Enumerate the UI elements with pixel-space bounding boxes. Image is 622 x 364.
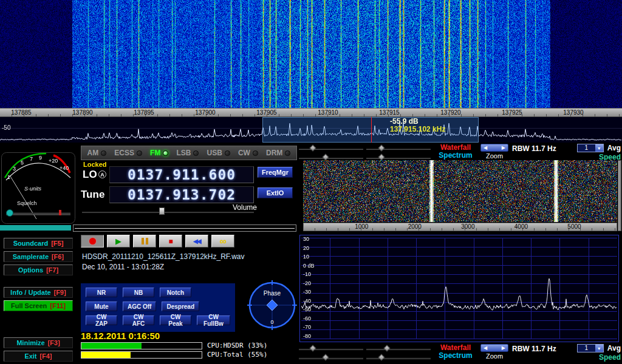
zoom-tick-label: 3000 [449,223,486,230]
rewind-icon: ◀◀ [193,238,200,244]
zoom-label: Zoom [480,152,508,160]
clock-display: 18.12.2011 0:16:50 [81,331,160,341]
mode-led-icon [101,150,106,156]
zoom-waterfall-display[interactable] [303,160,617,222]
dropdown-icon[interactable]: ▼ [595,144,603,152]
slider-thumb[interactable] [309,345,316,351]
slider-thumb[interactable] [378,144,385,151]
spectrum-lower-slider[interactable] [366,154,431,160]
dsp-button[interactable]: NR [86,288,117,297]
mode-drm[interactable]: DRM [266,149,290,157]
loop-button[interactable]: ∞ [211,235,234,248]
freqmgr-button[interactable]: FreqMgr [258,167,293,178]
fullscreen-button[interactable]: Full Screen[F11] [4,300,73,311]
slider-thumb[interactable] [323,354,329,360]
mode-am[interactable]: AM [87,149,107,157]
dsp-button[interactable]: AGC Off [123,302,156,311]
spectrum-canvas[interactable] [301,237,617,340]
tune-frequency-display[interactable]: 0137.913.702 [109,186,254,203]
slider-thumb[interactable] [323,153,329,160]
vfo-a-badge[interactable]: A [98,170,106,178]
cpu-total-text: CPU:Total (55%) [207,351,267,359]
volume-slider-thumb[interactable] [159,207,165,215]
spectrum-upper-slider[interactable] [299,354,363,360]
avg-select[interactable]: 1▼ [577,344,604,352]
info-update-button[interactable]: Info / Update[F9] [4,287,73,298]
dsp-button[interactable]: CW FullBw [197,315,230,325]
dsp-button[interactable]: Notch [160,288,191,297]
zoom-spinner[interactable]: ◀▶ [480,344,508,352]
lo-frequency-display[interactable]: 0137.911.600 [109,166,254,183]
dsp-button[interactable]: CW AFC [123,315,154,325]
dsp-button[interactable]: NB [123,288,154,297]
zoom-in-icon[interactable]: ▶ [502,145,505,150]
waterfall-lower-slider[interactable] [366,345,431,351]
zoom-out-icon[interactable]: ◀ [484,145,487,150]
smeter-tick: 1 [7,174,10,180]
cpu-hdsdr-row: CPU:HDSDR (33%) [81,342,267,349]
samplerate-button[interactable]: Samplerate[F6] [4,251,73,262]
zoom-out-icon[interactable]: ◀ [484,345,487,351]
mode-lsb[interactable]: LSB [176,149,199,157]
mode-fm[interactable]: FM [150,149,168,157]
spectrum-upper-slider[interactable] [299,154,363,160]
zoom-selection-region[interactable] [262,117,479,143]
mode-cw[interactable]: CW [238,149,258,157]
overview-spectrum[interactable]: -50 -55.9 dB 137.915.102 kHz [0,117,622,143]
zoom-tick-label: 5000 [556,223,592,230]
waterfall-upper-slider[interactable] [299,145,363,151]
squelch-thumb[interactable] [7,210,13,217]
record-button[interactable] [81,235,104,248]
spectrum-lower-slider[interactable] [366,354,431,360]
control-panel: 1 3 5 7 9 +20 +40 S-units Squelch Soundc… [0,143,622,364]
mode-led-icon [193,150,199,156]
main-waterfall-display[interactable] [0,0,622,108]
zoom-spinner[interactable]: ◀▶ [480,144,508,152]
tune-marker-line [371,117,372,143]
speed-label: Speed [599,353,621,362]
lo-label: LO [83,169,97,181]
zoom-in-icon[interactable]: ▶ [502,345,505,351]
frequency-scale-bar[interactable]: 1378851378901378951379001379051379101379… [0,108,622,117]
stop-button[interactable]: ■ [159,235,182,248]
frequency-ticks: 1378851378901378951379001379051379101379… [0,109,622,116]
pause-button[interactable] [133,235,156,248]
soundcard-button[interactable]: Soundcard[F5] [4,238,73,249]
options-button[interactable]: Options[F7] [4,265,73,275]
play-button[interactable]: ▶ [107,235,130,248]
dsp-button[interactable]: CW ZAP [86,315,117,325]
s-units-label: S-units [24,186,42,192]
zoom-tick-label: 4000 [503,223,539,230]
dropdown-icon[interactable]: ▼ [595,345,603,352]
waterfall-upper-slider[interactable] [299,345,363,351]
cursor-readout: -55.9 dB 137.915.102 kHz [390,118,445,133]
zoom-frequency-scale[interactable]: 10002000300040005000 [303,223,617,231]
slider-thumb[interactable] [378,354,385,360]
mode-usb[interactable]: USB [207,149,230,157]
smeter-tick: 7 [30,156,33,162]
slider-thumb[interactable] [378,153,385,160]
waterfall-lower-slider[interactable] [366,145,431,151]
exit-button[interactable]: Exit[F4] [4,351,73,362]
dsp-button[interactable]: CW Peak [160,315,191,325]
dsp-button[interactable]: Despread [162,302,199,311]
mode-ecss[interactable]: ECSS [114,149,142,157]
frequency-tick-label: 137905 [248,109,285,116]
playback-controls: ▶ ■ ◀◀ ∞ [81,235,234,248]
cpu-total-bar [81,351,202,359]
waterfall-scrollbar[interactable] [618,160,621,231]
s-meter[interactable]: 1 3 5 7 9 +20 +40 S-units Squelch [1,152,75,224]
slider-thumb[interactable] [383,345,390,351]
minimize-button[interactable]: Minimize[F3] [4,337,73,348]
slider-thumb[interactable] [309,144,316,151]
frequency-readout: 137.915.102 kHz [390,126,445,133]
waterfall-controls-bottom: Waterfall Spectrum ◀▶ Zoom RBW 11.7 Hz 1… [299,344,622,362]
cpu-total-row: CPU:Total (55%) [81,351,267,359]
volume-slider[interactable] [82,207,254,215]
extio-button[interactable]: ExtIO [258,187,293,198]
avg-select[interactable]: 1▼ [577,144,604,152]
spectrum-analyzer[interactable]: 3020100 dB-10-20-30-40-50-60-70-80 [299,235,619,342]
dsp-button[interactable]: Mute [86,302,117,311]
rewind-button[interactable]: ◀◀ [185,235,208,248]
playback-position-bar[interactable] [73,224,296,232]
